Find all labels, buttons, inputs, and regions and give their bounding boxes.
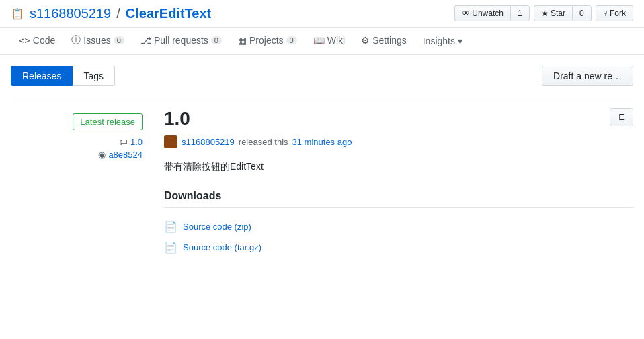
tab-projects[interactable]: ▦ Projects 0 <box>230 28 305 54</box>
releases-tab-button[interactable]: Releases <box>11 66 73 86</box>
release-time-link[interactable]: 31 minutes ago <box>292 137 352 147</box>
released-text: released this <box>239 137 288 147</box>
pr-badge: 0 <box>211 36 222 44</box>
tab-settings-label: Settings <box>372 35 407 46</box>
tab-insights[interactable]: Insights ▾ <box>415 29 471 53</box>
repo-actions: 👁 Unwatch 1 ★ Star 0 ⑂ Fork <box>454 5 633 21</box>
wiki-icon: 📖 <box>313 35 325 46</box>
release-version: 1.0 <box>164 108 633 130</box>
tab-issues[interactable]: ⓘ Issues 0 <box>63 28 132 54</box>
repo-nav: <> Code ⓘ Issues 0 ⎇ Pull requests 0 ▦ P… <box>0 28 644 55</box>
commit-icon: ◉ <box>98 150 106 160</box>
draft-release-button[interactable]: Draft a new re… <box>542 66 633 86</box>
tab-settings[interactable]: ⚙ Settings <box>353 28 415 54</box>
download-targz[interactable]: 📄 Source code (tar.gz) <box>164 237 633 258</box>
star-button[interactable]: ★ Star <box>534 5 572 21</box>
release-description: 带有清除按钮的EditText <box>164 159 633 174</box>
tab-issues-label: Issues <box>83 35 110 46</box>
targz-file-icon: 📄 <box>164 241 177 254</box>
username-link[interactable]: s1168805219 <box>30 6 111 21</box>
releases-bar: Releases Tags Draft a new re… <box>11 66 633 86</box>
repo-icon: 📋 <box>11 7 24 20</box>
repo-title: 📋 s1168805219 / ClearEditText <box>11 6 211 21</box>
repo-name-link[interactable]: ClearEditText <box>126 6 211 21</box>
tab-projects-label: Projects <box>249 35 284 46</box>
repo-header: 📋 s1168805219 / ClearEditText 👁 Unwatch … <box>0 0 644 28</box>
release-tag: 🏷 1.0 <box>119 137 143 147</box>
edit-release-button[interactable]: E <box>610 108 633 126</box>
release-layout: Latest release 🏷 1.0 ◉ a8e8524 E 1.0 s11… <box>11 97 633 258</box>
pr-icon: ⎇ <box>140 35 151 46</box>
issues-badge: 0 <box>114 36 124 44</box>
download-targz-label: Source code (tar.gz) <box>183 242 261 252</box>
issues-icon: ⓘ <box>71 34 81 46</box>
projects-badge: 0 <box>286 36 297 44</box>
release-commit: ◉ a8e8524 <box>98 150 143 160</box>
separator: / <box>116 6 120 21</box>
downloads-heading: Downloads <box>164 190 633 208</box>
release-author-link[interactable]: s1168805219 <box>182 137 235 147</box>
tab-wiki-label: Wiki <box>327 35 345 46</box>
unwatch-button[interactable]: 👁 Unwatch <box>454 5 510 21</box>
downloads-section: Downloads 📄 Source code (zip) 📄 Source c… <box>164 190 633 258</box>
star-count[interactable]: 0 <box>572 5 592 21</box>
projects-icon: ▦ <box>238 35 247 46</box>
releases-tabs: Releases Tags <box>11 66 115 86</box>
tab-wiki[interactable]: 📖 Wiki <box>305 28 353 54</box>
download-zip-label: Source code (zip) <box>183 222 251 232</box>
tab-code-label: Code <box>33 35 55 46</box>
tags-tab-button[interactable]: Tags <box>73 66 115 86</box>
fork-button[interactable]: ⑂ Fork <box>596 5 633 21</box>
tab-pull-requests[interactable]: ⎇ Pull requests 0 <box>132 28 230 54</box>
latest-release-badge: Latest release <box>73 113 143 130</box>
insights-label: Insights <box>423 36 455 46</box>
unwatch-group: 👁 Unwatch 1 <box>454 5 530 21</box>
tag-icon: 🏷 <box>119 137 128 147</box>
code-icon: <> <box>19 35 30 46</box>
release-tag-link[interactable]: 1.0 <box>130 137 143 147</box>
zip-file-icon: 📄 <box>164 220 177 233</box>
release-meta: s1168805219 released this 31 minutes ago <box>164 135 633 148</box>
settings-icon: ⚙ <box>361 35 370 46</box>
tab-code[interactable]: <> Code <box>11 28 63 54</box>
release-main: E 1.0 s1168805219 released this 31 minut… <box>159 108 633 258</box>
release-commit-link[interactable]: a8e8524 <box>108 150 143 160</box>
tab-pr-label: Pull requests <box>154 35 208 46</box>
unwatch-count[interactable]: 1 <box>510 5 530 21</box>
download-zip[interactable]: 📄 Source code (zip) <box>164 216 633 237</box>
star-group: ★ Star 0 <box>534 5 592 21</box>
page-content: Releases Tags Draft a new re… Latest rel… <box>0 55 644 269</box>
insights-dropdown-icon: ▾ <box>458 36 462 46</box>
avatar <box>164 135 177 148</box>
release-sidebar: Latest release 🏷 1.0 ◉ a8e8524 <box>11 108 159 258</box>
